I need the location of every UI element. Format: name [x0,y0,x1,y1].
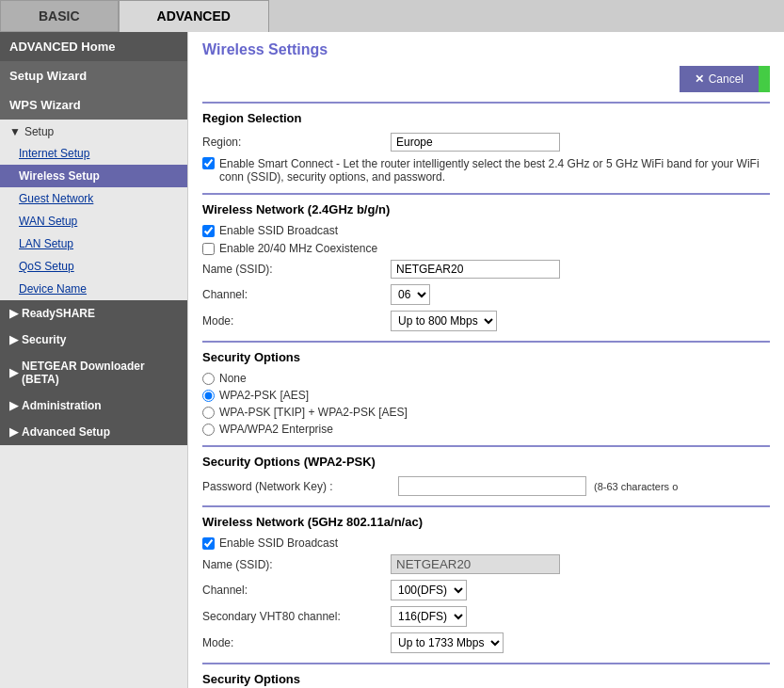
wpa2-divider [202,445,770,447]
enable-2040-row: Enable 20/40 MHz Coexistence [202,242,770,255]
channel-24-select[interactable]: 06 [391,284,430,305]
security-wpa2psk-row: WPA2-PSK [AES] [202,389,770,402]
enable-ssid-broadcast-24-row: Enable SSID Broadcast [202,224,770,237]
sidebar-item-advanced-home[interactable]: ADVANCED Home [0,32,187,61]
channel-5g-row: Channel: 100(DFS) [202,580,770,600]
sidebar: ADVANCED Home Setup Wizard WPS Wizard ▼ … [0,32,188,688]
mode-5g-select[interactable]: Up to 1733 Mbps [391,632,504,653]
smart-connect-checkbox[interactable] [202,157,215,169]
arrow-right-icon5: ▶ [9,425,18,439]
toolbar: ✕ Cancel [202,66,770,92]
secondary-channel-row: Secondary VHT80 channel: 116(DFS) [202,606,770,627]
ssid-5g-input[interactable] [391,554,560,574]
security-24-divider [202,341,770,343]
enable-ssid-broadcast-24-label: Enable SSID Broadcast [219,224,338,237]
security-enterprise-radio[interactable] [202,424,215,436]
sidebar-item-qos-setup[interactable]: QoS Setup [0,255,187,278]
arrow-right-icon3: ▶ [9,366,18,379]
channel-24-row: Channel: 06 [202,284,770,305]
security-combo-row: WPA-PSK [TKIP] + WPA2-PSK [AES] [202,406,770,419]
content-area: Wireless Settings ✕ Cancel Region Select… [188,32,784,688]
enable-ssid-broadcast-5g-label: Enable SSID Broadcast [219,536,338,550]
ssid-24-label: Name (SSID): [202,263,391,276]
mode-5g-row: Mode: Up to 1733 Mbps [202,632,770,653]
security-none-label: None [219,372,247,385]
mode-24-label: Mode: [202,314,391,328]
security-enterprise-row: WPA/WPA2 Enterprise [202,423,770,436]
sidebar-item-readyshare[interactable]: ▶ ReadySHARE [0,300,187,327]
security-none-radio[interactable] [202,373,215,385]
cancel-x-icon: ✕ [695,72,704,86]
ssid-5g-row: Name (SSID): [202,554,770,574]
top-tabs: BASIC ADVANCED [0,0,784,32]
arrow-right-icon4: ▶ [9,399,18,412]
mode-24-select[interactable]: Up to 800 Mbps [391,311,497,331]
security-24-title: Security Options [202,350,770,364]
enable-ssid-broadcast-5g-row: Enable SSID Broadcast [202,536,770,550]
tab-basic[interactable]: BASIC [0,0,119,32]
sidebar-item-wps-wizard[interactable]: WPS Wizard [0,90,187,120]
security-wpa2psk-radio[interactable] [202,390,215,402]
sidebar-item-internet-setup[interactable]: Internet Setup [0,142,187,165]
cancel-button[interactable]: ✕ Cancel [680,66,759,92]
region-input[interactable] [391,133,560,152]
sidebar-item-security[interactable]: ▶ Security [0,327,187,353]
wireless5g-divider [202,505,770,507]
ssid-24-input[interactable] [391,260,560,279]
region-divider [202,102,770,104]
password-hint: (8-63 characters o [594,481,678,492]
security-5g-title: Security Options [202,672,770,686]
sidebar-item-netgear-downloader[interactable]: ▶ NETGEAR Downloader (BETA) [0,353,187,392]
channel-24-label: Channel: [202,288,391,301]
sidebar-item-setup-wizard[interactable]: Setup Wizard [0,61,187,90]
sidebar-item-advanced-setup[interactable]: ▶ Advanced Setup [0,419,187,445]
enable-ssid-broadcast-24-checkbox[interactable] [202,225,215,237]
enable-2040-label: Enable 20/40 MHz Coexistence [219,242,377,255]
region-section-title: Region Selection [202,111,770,125]
sidebar-item-lan-setup[interactable]: LAN Setup [0,232,187,255]
security-5g-divider [202,663,770,664]
region-label: Region: [202,136,391,149]
smart-connect-label: Enable Smart Connect - Let the router in… [219,157,770,184]
ssid-5g-label: Name (SSID): [202,558,391,571]
wpa2-title: Security Options (WPA2-PSK) [202,455,770,469]
content-inner: Wireless Settings ✕ Cancel Region Select… [188,32,784,688]
sidebar-item-wan-setup[interactable]: WAN Setup [0,210,187,232]
mode-24-row: Mode: Up to 800 Mbps [202,311,770,331]
sidebar-item-administration[interactable]: ▶ Administration [0,392,187,419]
security-wpa2psk-label: WPA2-PSK [AES] [219,389,309,402]
sidebar-item-wireless-setup[interactable]: Wireless Setup [0,165,187,187]
page-title: Wireless Settings [202,41,770,58]
password-row: Password (Network Key) : (8-63 character… [202,476,770,496]
channel-5g-label: Channel: [202,584,391,597]
ssid-24-row: Name (SSID): [202,260,770,279]
main-layout: ADVANCED Home Setup Wizard WPS Wizard ▼ … [0,32,784,688]
security-enterprise-label: WPA/WPA2 Enterprise [219,423,333,436]
channel-5g-select[interactable]: 100(DFS) [391,580,467,600]
security-none-row: None [202,372,770,385]
wireless5g-title: Wireless Network (5GHz 802.11a/n/ac) [202,515,770,529]
enable-ssid-broadcast-5g-checkbox[interactable] [202,537,215,550]
secondary-channel-label: Secondary VHT80 channel: [202,610,391,623]
arrow-icon: ▼ [9,125,21,138]
password-label: Password (Network Key) : [202,480,391,493]
sidebar-section-setup: ▼ Setup [0,120,187,142]
security-combo-radio[interactable] [202,407,215,419]
sidebar-item-device-name[interactable]: Device Name [0,278,187,300]
secondary-channel-select[interactable]: 116(DFS) [391,606,467,627]
arrow-right-icon2: ▶ [9,333,18,346]
password-input[interactable] [398,476,586,496]
arrow-right-icon: ▶ [9,307,18,320]
sidebar-item-guest-network[interactable]: Guest Network [0,187,187,210]
wireless24-title: Wireless Network (2.4GHz b/g/n) [202,202,770,216]
security-combo-label: WPA-PSK [TKIP] + WPA2-PSK [AES] [219,406,408,419]
smart-connect-row: Enable Smart Connect - Let the router in… [202,157,770,184]
wireless24-divider [202,193,770,195]
region-row: Region: [202,133,770,152]
mode-5g-label: Mode: [202,636,391,649]
enable-2040-checkbox[interactable] [202,243,215,255]
green-status-indicator [759,66,770,92]
tab-advanced[interactable]: ADVANCED [119,0,269,32]
